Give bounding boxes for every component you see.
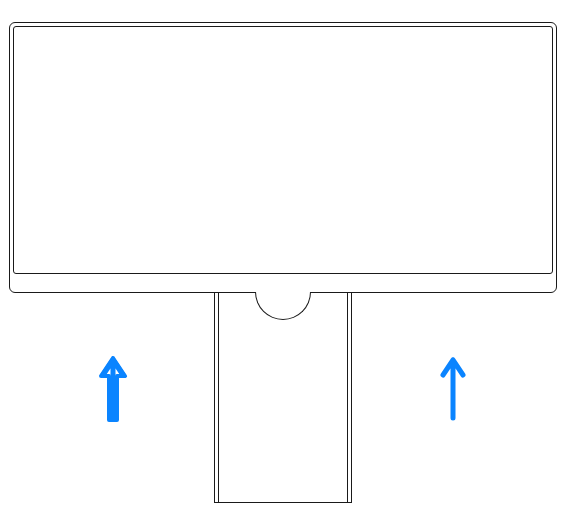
display-bezel xyxy=(13,26,553,274)
up-arrow-icon xyxy=(98,356,128,422)
display-front xyxy=(9,22,557,293)
display-stand xyxy=(214,293,352,503)
up-arrow-icon xyxy=(438,356,468,422)
display-height-adjust-diagram xyxy=(0,0,566,528)
